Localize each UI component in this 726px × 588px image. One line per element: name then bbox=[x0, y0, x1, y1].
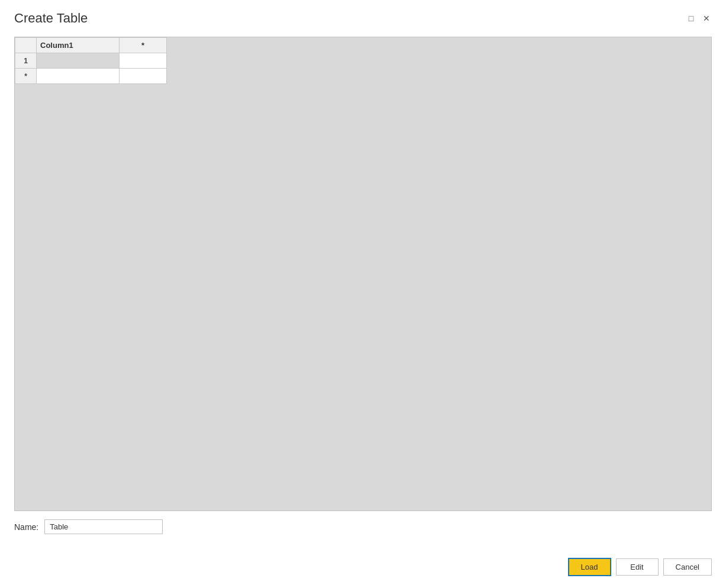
cell-1-star[interactable] bbox=[120, 53, 167, 69]
dialog-title: Create Table bbox=[14, 11, 88, 26]
footer-buttons: Load Edit Cancel bbox=[0, 552, 726, 588]
create-table-dialog: Create Table □ ✕ Column1 * 1 bbox=[0, 0, 726, 588]
table-area: Column1 * 1 * bbox=[14, 37, 712, 511]
header-star[interactable]: * bbox=[120, 38, 167, 53]
load-button[interactable]: Load bbox=[568, 558, 611, 576]
minimize-button[interactable]: □ bbox=[686, 13, 696, 24]
edit-button[interactable]: Edit bbox=[616, 558, 659, 576]
close-button[interactable]: ✕ bbox=[701, 13, 712, 24]
cell-1-1[interactable] bbox=[37, 53, 120, 69]
name-row: Name: bbox=[14, 519, 712, 534]
cancel-button[interactable]: Cancel bbox=[663, 558, 712, 576]
dialog-content: Column1 * 1 * bbox=[0, 32, 726, 552]
table-row: 1 bbox=[15, 53, 167, 69]
data-grid: Column1 * 1 * bbox=[15, 37, 167, 84]
header-column1[interactable]: Column1 bbox=[37, 38, 120, 53]
header-row-col bbox=[15, 38, 37, 53]
row-header-star: * bbox=[15, 69, 37, 84]
title-bar-controls: □ ✕ bbox=[686, 13, 712, 24]
title-bar: Create Table □ ✕ bbox=[0, 0, 726, 32]
title-bar-left: Create Table bbox=[14, 11, 88, 26]
cell-star-star[interactable] bbox=[120, 69, 167, 84]
name-input[interactable] bbox=[44, 519, 163, 534]
table-row: * bbox=[15, 69, 167, 84]
cell-star-1[interactable] bbox=[37, 69, 120, 84]
row-header-1: 1 bbox=[15, 53, 37, 69]
table-header-row: Column1 * bbox=[15, 38, 167, 53]
name-label: Name: bbox=[14, 522, 38, 532]
